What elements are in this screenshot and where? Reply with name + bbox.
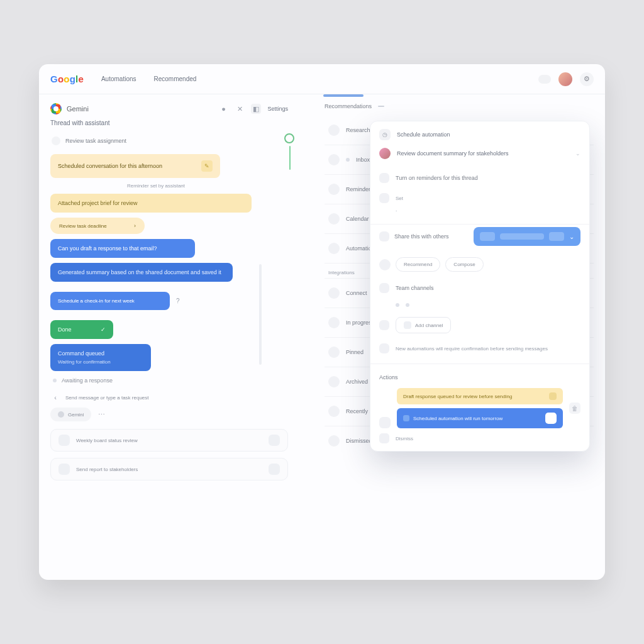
suggestion-card[interactable]: Weekly board status review [50, 429, 288, 452]
info-icon [379, 343, 389, 353]
gear-icon[interactable]: ⚙ [580, 72, 594, 86]
popup-section-header: Actions [379, 369, 580, 382]
popup-footer-row[interactable]: Dismiss [379, 433, 580, 443]
list-item[interactable]: Review task assignment › [50, 133, 288, 149]
assistant-logo-icon [50, 103, 62, 114]
scrollbar[interactable] [259, 264, 262, 365]
toggle-icon [379, 193, 389, 203]
card-icon [58, 464, 70, 475]
item-label: Connect [346, 290, 367, 296]
compose-chip[interactable]: Gemini [50, 408, 91, 421]
button-segment [500, 233, 544, 240]
popup-row-label: Team channels [396, 285, 434, 291]
topbar: Google Automations Recommended ⚙ [39, 64, 605, 94]
footer-row-label: Dismiss [396, 436, 413, 441]
chevron-down-icon[interactable]: ⌄ [575, 150, 580, 157]
nav-link-1[interactable]: Recommended [154, 75, 197, 82]
dot-icon [396, 303, 399, 307]
item-icon [328, 213, 340, 225]
pill-row: Recommend Compose [379, 253, 580, 278]
card-label: Send report to stakeholders [76, 467, 138, 472]
message-bubble-command[interactable]: Command queued Waiting for confirmation [50, 344, 151, 371]
message-text: Done [58, 326, 72, 333]
popup-row[interactable]: Team channels [379, 278, 580, 298]
item-label: Calendar [346, 216, 369, 222]
popup-note: New automations will require confirmatio… [379, 338, 580, 358]
topbar-right: ⚙ [538, 72, 594, 86]
message-text: Attached project brief for review [58, 200, 138, 206]
popup-header: ◷ Schedule automation [370, 121, 589, 148]
add-chip[interactable]: Add channel [396, 317, 451, 333]
active-tab-underline [323, 94, 364, 97]
thread-title: Gemini [67, 105, 89, 113]
message-bubble-user[interactable]: Generated summary based on the shared do… [50, 263, 233, 282]
popup-row-label: Set [396, 196, 403, 201]
button-segment [480, 232, 495, 241]
trash-icon[interactable]: 🗑 [569, 402, 580, 414]
divider [370, 224, 589, 225]
close-icon[interactable]: ✕ [235, 104, 245, 114]
item-label: Dismissed [346, 438, 372, 444]
primary-button[interactable]: ⌄ [474, 227, 580, 246]
popup-row-spacer: · [379, 208, 580, 219]
avatar[interactable] [558, 72, 572, 86]
nav-link-0[interactable]: Automations [101, 75, 136, 82]
message-bubble-user[interactable]: Can you draft a response to that email? [50, 239, 195, 258]
bar-trail-icon [545, 413, 557, 424]
footer-lead-icon [379, 417, 391, 428]
popup-note-text: New automations will require confirmatio… [396, 346, 548, 352]
footer-primary-bar[interactable]: Scheduled automation will run tomorrow [397, 408, 563, 428]
popup-footer: Draft response queued for review before … [370, 384, 589, 451]
accent-bar [289, 146, 291, 170]
pill-option[interactable]: Compose [445, 257, 483, 272]
notifications-icon[interactable] [538, 75, 551, 84]
expand-icon[interactable]: ⋯ [96, 409, 106, 419]
message-line-2: Waiting for confirmation [58, 359, 111, 365]
dot-icon [406, 303, 409, 307]
filter-icon[interactable] [378, 106, 384, 107]
message-bubble-user[interactable]: Schedule a check-in for next week [50, 292, 170, 310]
item-icon [328, 184, 340, 195]
brand-logo: Google [50, 74, 84, 84]
bar-lead-icon [403, 415, 409, 421]
item-icon [328, 287, 340, 299]
pill-lead-icon [379, 259, 391, 270]
pane-divider [297, 94, 322, 580]
pill-label: Compose [453, 262, 475, 267]
popup-subheader: Review document summary for stakeholders… [370, 148, 589, 165]
open-icon[interactable] [269, 435, 280, 446]
message-bubble-warning[interactable]: Attached project brief for review [50, 194, 252, 213]
card-label: Weekly board status review [76, 438, 138, 443]
popup-row-label: Turn on reminders for this thread [396, 175, 478, 181]
message-pill[interactable]: Review task deadline › [50, 218, 145, 234]
item-icon [328, 243, 340, 254]
open-icon[interactable] [269, 464, 280, 475]
message-text: Schedule a check-in for next week [58, 298, 135, 304]
pill-option[interactable]: Recommend [396, 257, 440, 272]
popup-row[interactable]: Set [379, 188, 580, 208]
footer-warning-bar[interactable]: Draft response queued for review before … [397, 388, 563, 404]
item-icon [328, 317, 340, 328]
badge-icon: ✎ [201, 160, 213, 172]
item-icon [328, 154, 340, 165]
channel-icon [379, 283, 389, 293]
back-icon[interactable]: ‹ [50, 392, 60, 402]
popup-row[interactable]: Turn on reminders for this thread [379, 168, 580, 188]
status-line: Awaiting a response [53, 377, 288, 384]
compose-input[interactable]: Send message or type a task request [65, 395, 288, 401]
message-bubble-success[interactable]: Done ✓ [50, 320, 113, 339]
button-segment [549, 232, 564, 241]
popup-row[interactable]: Add channel [379, 312, 580, 338]
chip-dot-icon [58, 411, 64, 418]
help-icon[interactable]: ? [176, 297, 180, 304]
compose-row: ‹ Send message or type a task request [50, 392, 288, 402]
mode-icon[interactable]: ◧ [251, 104, 261, 114]
dot-icon [346, 158, 350, 162]
status-ring-icon [284, 133, 294, 143]
chip-label: Add channel [415, 323, 443, 328]
suggestion-card[interactable]: Send report to stakeholders [50, 458, 288, 480]
mic-icon[interactable]: ● [218, 104, 228, 114]
pill-label: Recommend [404, 262, 432, 267]
app-window: Google Automations Recommended ⚙ Gemini … [39, 64, 605, 580]
message-bubble-warning[interactable]: Scheduled conversation for this afternoo… [50, 154, 220, 178]
